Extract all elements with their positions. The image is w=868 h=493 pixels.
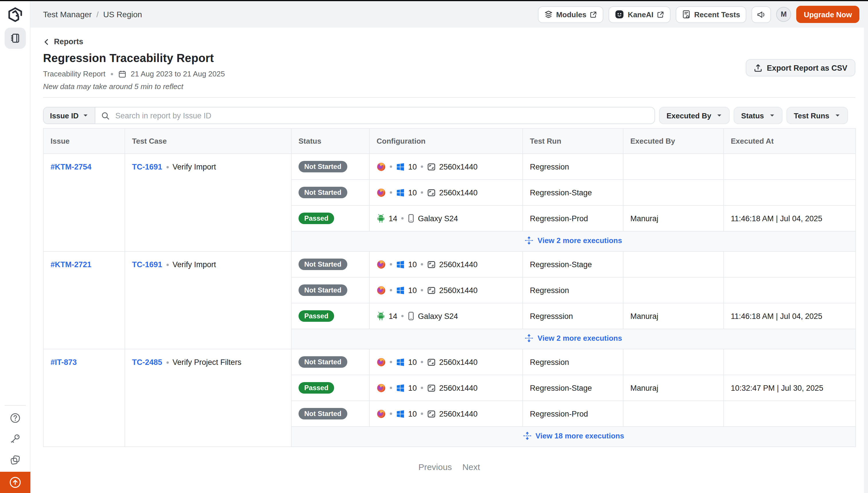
user-avatar[interactable]: M: [776, 7, 791, 22]
sidebar-item-test-manager[interactable]: [5, 27, 26, 49]
test-run-name: Regression-Prod: [523, 401, 623, 427]
executed-at: [724, 349, 856, 375]
breadcrumb-region[interactable]: US Region: [103, 10, 142, 19]
windows-icon: [396, 384, 405, 392]
windows-icon: [396, 286, 405, 295]
announcements-button[interactable]: [751, 6, 771, 23]
date-range[interactable]: 21 Aug 2023 to 21 Aug 2025: [131, 69, 225, 78]
status-badge: Not Started: [298, 161, 347, 172]
executed-by: Manuraj: [623, 303, 724, 329]
scrollbar[interactable]: [864, 1, 868, 493]
windows-icon: [396, 188, 405, 197]
sidebar: [0, 1, 30, 493]
refresh-note: New data may take around 5 min to reflec…: [43, 82, 855, 91]
windows-icon: [396, 260, 405, 269]
search-category-dropdown[interactable]: Issue ID: [44, 107, 95, 124]
next-page-button[interactable]: Next: [462, 462, 480, 472]
test-case-link[interactable]: TC-1691: [132, 260, 162, 269]
test-case-name: Verify Project Filters: [173, 358, 242, 367]
dot-separator: [421, 191, 423, 194]
app-logo-icon[interactable]: [7, 7, 23, 22]
view-more-cell: View 2 more executions: [291, 329, 856, 349]
executed-by: Manuraj: [623, 375, 724, 401]
status-filter[interactable]: Status: [734, 107, 782, 124]
modules-button[interactable]: Modules: [538, 6, 603, 23]
dot-separator: [421, 387, 423, 389]
test-run-name: Regression-Stage: [523, 179, 623, 206]
dot-separator: [166, 166, 168, 169]
search-input[interactable]: [114, 111, 649, 121]
external-link-icon: [657, 10, 664, 18]
issue-link[interactable]: #KTM-2754: [50, 163, 92, 171]
windows-icon: [396, 358, 405, 366]
status-cell: Not Started: [291, 277, 369, 303]
configuration-cell: 102560x1440: [369, 375, 523, 401]
dot-separator: [166, 362, 168, 364]
sidebar-divider: [5, 405, 26, 406]
notebook-icon: [10, 33, 21, 44]
status-cell: Passed: [291, 375, 369, 401]
os-version: 10: [408, 286, 417, 295]
back-link[interactable]: Reports: [43, 37, 83, 46]
test-case-name: Verify Import: [173, 260, 216, 269]
firefox-icon: [376, 358, 386, 367]
layers-icon: [544, 10, 552, 19]
view-more-link[interactable]: View 2 more executions: [525, 334, 622, 342]
status-cell: Not Started: [291, 179, 369, 206]
chevron-left-icon: [43, 38, 50, 45]
android-icon: [376, 214, 385, 223]
chevron-down-icon: [83, 113, 88, 119]
firefox-icon: [376, 162, 386, 171]
test-run-name: Regression-Prod: [523, 206, 623, 231]
monitor-icon: [427, 409, 436, 418]
test-case-cell: TC-1691Verify Import: [125, 154, 291, 251]
dot-separator: [421, 412, 423, 415]
breadcrumb-app[interactable]: Test Manager: [43, 10, 92, 19]
dot-separator: [421, 289, 423, 291]
test-case-link[interactable]: TC-2485: [132, 358, 162, 367]
firefox-icon: [376, 409, 386, 418]
configuration-cell: 102560x1440: [369, 277, 523, 303]
chevron-down-icon: [716, 113, 722, 119]
dot-separator: [390, 166, 392, 168]
device-name: 2560x1440: [439, 384, 478, 392]
upgrade-now-button[interactable]: Upgrade Now: [796, 6, 860, 23]
megaphone-icon: [756, 9, 766, 19]
firefox-icon: [376, 383, 386, 392]
test-case-link[interactable]: TC-1691: [132, 163, 162, 171]
test-case-name: Verify Import: [173, 163, 216, 171]
stack-icon[interactable]: [10, 454, 21, 466]
test-run-name: Regression-Stage: [523, 375, 623, 401]
configuration-cell: 14Galaxy S24: [369, 206, 523, 231]
view-more-link[interactable]: View 2 more executions: [525, 236, 622, 244]
status-badge: Passed: [298, 310, 334, 322]
kaneai-button[interactable]: KaneAI: [609, 6, 671, 23]
help-icon[interactable]: [10, 412, 21, 424]
back-label: Reports: [54, 37, 83, 46]
test-case-cell: TC-1691Verify Import: [125, 251, 291, 349]
device-name: 2560x1440: [439, 260, 478, 269]
status-badge: Not Started: [298, 284, 347, 296]
status-cell: Passed: [291, 206, 369, 231]
export-csv-button[interactable]: Export Report as CSV: [746, 59, 855, 77]
view-more-link[interactable]: View 18 more executions: [523, 431, 624, 440]
executed-at: [724, 401, 856, 427]
recent-tests-button[interactable]: Recent Tests: [676, 6, 746, 23]
issue-link[interactable]: #KTM-2721: [50, 260, 92, 269]
key-icon[interactable]: [10, 433, 21, 444]
executed-by-filter[interactable]: Executed By: [659, 107, 730, 124]
test-runs-filter[interactable]: Test Runs: [786, 107, 848, 124]
configuration-cell: 102560x1440: [369, 349, 523, 375]
table-row: #KTM-2754TC-1691Verify ImportNot Started…: [43, 154, 856, 179]
dot-separator: [166, 264, 168, 266]
chevron-down-icon: [769, 113, 775, 119]
issue-link[interactable]: #IT-873: [50, 358, 77, 367]
previous-page-button[interactable]: Previous: [418, 462, 452, 472]
traceability-table: IssueTest CaseStatusConfigurationTest Ru…: [43, 128, 856, 447]
os-version: 14: [389, 214, 397, 223]
configuration-cell: 14Galaxy S24: [369, 303, 523, 329]
sidebar-upgrade-button[interactable]: [0, 472, 30, 493]
dot-separator: [390, 361, 392, 363]
search-control: Issue ID: [43, 107, 655, 124]
dot-separator: [390, 263, 392, 265]
